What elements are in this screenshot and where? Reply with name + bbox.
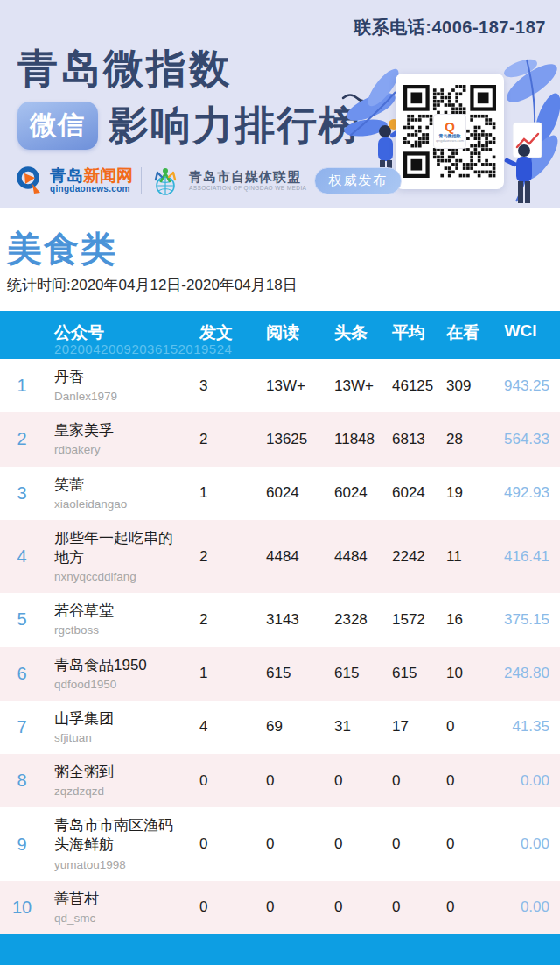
table-row: 1 丹香 Danlex1979 3 13W+ 13W+ 46125 309 94… (0, 359, 560, 412)
average-cell: 0 (378, 772, 432, 790)
wci-cell: 248.80 (481, 665, 560, 682)
col-header-wci: WCI (481, 321, 560, 341)
headline-cell: 0 (320, 835, 378, 853)
wci-cell: 0.00 (481, 898, 560, 916)
table-row: 2 皇家美孚 rdbakery 2 13625 11848 6813 28 56… (0, 412, 560, 466)
average-cell: 6813 (378, 431, 432, 448)
table-row: 4 那些年一起吃串的地方 nxnyqccddifang 2 4484 4484 … (0, 520, 560, 593)
wemedia-association-logo: 青岛市自媒体联盟 ASSOCIATION OF QINGDAO WE MEDIA (189, 169, 306, 192)
account-cell: 青岛食品1950 qdfood1950 (44, 656, 186, 692)
contact-phone: 联系电话:4006-187-187 (354, 16, 546, 39)
posts-cell: 1 (186, 665, 252, 682)
publisher-logos: 青岛新闻网 qingdaonews.com 青岛市自媒体联盟 ASSOCIATI… (16, 165, 402, 196)
posts-cell: 0 (186, 898, 252, 916)
account-id: sfjituan (54, 731, 186, 745)
account-cell: 粥全粥到 zqzdzqzd (44, 763, 186, 799)
col-header-looking: 在看 (432, 321, 481, 344)
headline-cell: 4484 (320, 548, 378, 566)
table-row: 8 粥全粥到 zqzdzqzd 0 0 0 0 0 0.00 (0, 754, 560, 807)
account-id: zqzdzqzd (54, 785, 186, 799)
wci-cell: 41.35 (481, 718, 560, 736)
account-cell: 善苜村 qd_smc (44, 890, 186, 926)
account-name: 那些年一起吃串的地方 (54, 529, 186, 567)
average-cell: 17 (378, 718, 432, 736)
reads-cell: 6024 (252, 484, 320, 502)
rank-cell: 2 (0, 429, 44, 449)
rank-cell: 8 (0, 771, 44, 791)
wechat-badge: 微信 (18, 102, 98, 150)
looking-cell: 0 (432, 898, 481, 916)
looking-cell: 0 (432, 772, 481, 790)
account-name: 青岛市市南区渔码头海鲜舫 (54, 816, 186, 855)
looking-cell: 0 (432, 835, 481, 853)
account-cell: 若谷草堂 rgctboss (44, 602, 186, 637)
reads-cell: 0 (252, 898, 320, 916)
reads-cell: 4484 (252, 548, 320, 566)
table-row: 5 若谷草堂 rgctboss 2 3143 2328 1572 16 375.… (0, 593, 560, 646)
rank-cell: 10 (0, 898, 44, 918)
looking-cell: 28 (432, 431, 481, 448)
headline-cell: 6024 (320, 484, 378, 502)
average-cell: 0 (378, 835, 432, 853)
account-cell: 笑蕾 xiaoleidangao (44, 475, 186, 511)
wci-cell: 0.00 (481, 835, 560, 853)
posts-cell: 2 (186, 548, 252, 566)
looking-cell: 309 (432, 377, 481, 395)
account-cell: 丹香 Danlex1979 (44, 368, 186, 404)
rank-cell: 1 (0, 376, 44, 396)
average-cell: 6024 (378, 484, 432, 502)
posts-cell: 0 (186, 835, 252, 853)
table-row: 9 青岛市市南区渔码头海鲜舫 yumatou1998 0 0 0 0 0 0.0… (0, 807, 560, 880)
account-id: qdfood1950 (54, 678, 186, 692)
account-name: 笑蕾 (54, 475, 186, 495)
headline-cell: 31 (320, 718, 378, 736)
account-id: nxnyqccddifang (54, 570, 186, 584)
footer-bar (0, 934, 560, 965)
qr-logo-url: qingdaonews.com (436, 139, 464, 143)
wci-cell: 492.93 (481, 484, 560, 502)
rank-cell: 3 (0, 483, 44, 504)
reads-cell: 0 (252, 772, 320, 790)
wci-cell: 943.25 (481, 377, 560, 395)
headline-cell: 11848 (320, 431, 378, 448)
average-cell: 1572 (378, 611, 432, 629)
account-id: rgctboss (54, 623, 186, 637)
account-name: 皇家美孚 (54, 421, 186, 440)
reads-cell: 615 (252, 665, 320, 682)
page-title: 青岛微指数 (18, 46, 360, 92)
title-block: 青岛微指数 微信 影响力排行榜 (18, 46, 360, 153)
authority-badge: 权威发布 (314, 167, 402, 194)
account-id: xiaoleidangao (54, 497, 186, 511)
account-cell: 皇家美孚 rdbakery (44, 421, 186, 457)
table-row: 3 笑蕾 xiaoleidangao 1 6024 6024 6024 19 4… (0, 467, 560, 520)
table-row: 6 青岛食品1950 qdfood1950 1 615 615 615 10 2… (0, 647, 560, 701)
looking-cell: 19 (432, 484, 481, 502)
looking-cell: 0 (432, 718, 481, 736)
table-row: 10 善苜村 qd_smc 0 0 0 0 0 0.00 (0, 881, 560, 934)
average-cell: 46125 (378, 377, 432, 395)
account-cell: 青岛市市南区渔码头海鲜舫 yumatou1998 (44, 816, 186, 871)
header-banner: 联系电话:4006-187-187 青岛微指数 微信 影响力排行榜 (0, 0, 560, 208)
wci-cell: 375.15 (481, 611, 560, 629)
rank-cell: 6 (0, 664, 44, 684)
table-body: 1 丹香 Danlex1979 3 13W+ 13W+ 46125 309 94… (0, 359, 560, 934)
col-header-headline: 头条 (320, 321, 378, 344)
wemedia-association-icon (150, 165, 181, 196)
qingdaonews-name-orange: 新闻网 (83, 166, 133, 185)
reads-cell: 13W+ (252, 377, 320, 395)
account-id: qd_smc (54, 912, 186, 926)
account-id: rdbakery (54, 443, 186, 457)
qr-code: Q 青岛微指数 qingdaonews.com (403, 85, 496, 178)
rank-cell: 5 (0, 609, 44, 630)
title-line2: 微信 影响力排行榜 (18, 99, 360, 153)
headline-cell: 2328 (320, 611, 378, 629)
page: 联系电话:4006-187-187 青岛微指数 微信 影响力排行榜 (0, 0, 560, 965)
posts-cell: 4 (186, 718, 252, 736)
looking-cell: 10 (432, 665, 481, 682)
average-cell: 0 (378, 898, 432, 916)
headline-cell: 615 (320, 665, 378, 682)
wemedia-subtitle: ASSOCIATION OF QINGDAO WE MEDIA (189, 185, 306, 192)
headline-cell: 13W+ (320, 377, 378, 395)
qr-center-logo: Q 青岛微指数 qingdaonews.com (433, 114, 466, 149)
account-cell: 山孚集团 sfjituan (44, 709, 186, 745)
